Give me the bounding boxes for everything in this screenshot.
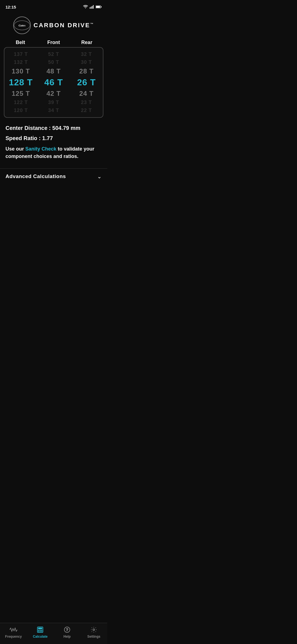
picker-cell-belt: 122 T [5,100,37,105]
picker-cell-front: 34 T [37,108,70,113]
picker-cell-belt: 137 T [5,51,37,57]
sanity-text-1: Use our [6,146,25,152]
svg-rect-0 [90,7,90,9]
logo-container: Gates CARBON DRIVE™ [13,17,94,34]
gates-logo-svg: Gates [14,19,30,31]
speed-ratio: Speed Ratio : 1.77 [6,135,102,141]
svg-rect-6 [96,6,100,8]
wifi-icon [83,5,88,9]
picker-row[interactable]: 125 T42 T24 T [4,89,103,99]
signal-icon [90,5,94,9]
chevron-down-icon: ⌄ [97,173,102,180]
picker-row[interactable]: 128 T46 T26 T [4,76,103,89]
belt-header: Belt [4,40,37,45]
picker-row[interactable]: 137 T52 T32 T [4,50,103,58]
picker-cell-rear: 26 T [70,77,103,88]
logo-area: Gates CARBON DRIVE™ [0,12,107,40]
picker-row[interactable]: 130 T48 T28 T [4,66,103,76]
picker-cell-rear: 23 T [70,100,103,105]
picker-cell-front: 52 T [37,51,70,57]
picker-cell-belt: 132 T [5,59,37,65]
info-section: Center Distance : 504.79 mm Speed Ratio … [0,122,107,168]
picker-cell-rear: 32 T [70,51,103,57]
picker-cell-belt: 128 T [5,77,37,88]
picker-row[interactable]: 122 T39 T23 T [4,99,103,107]
picker-row[interactable]: 120 T34 T22 T [4,107,103,114]
svg-rect-3 [93,5,94,9]
svg-rect-1 [91,7,91,9]
sanity-check-text: Use our Sanity Check to validate your co… [6,145,102,160]
picker-cell-belt: 120 T [5,108,37,113]
picker-cell-rear: 28 T [70,67,103,75]
picker-cell-rear: 30 T [70,59,103,65]
picker-cell-front: 39 T [37,100,70,105]
status-bar: 12:15 [0,0,107,12]
rear-header: Rear [70,40,103,45]
column-headers: Belt Front Rear [0,40,107,45]
battery-icon [96,5,102,9]
status-icons [83,5,102,9]
picker-cell-belt: 125 T [5,90,37,97]
front-header: Front [37,40,70,45]
picker-cell-rear: 22 T [70,108,103,113]
picker-cell-front: 50 T [37,59,70,65]
picker-cell-front: 48 T [37,67,70,75]
advanced-calculations-row[interactable]: Advanced Calculations ⌄ [0,168,107,184]
picker-cell-front: 46 T [37,77,70,88]
svg-text:Gates: Gates [18,24,25,27]
status-time: 12:15 [6,5,16,9]
svg-rect-5 [101,6,101,7]
logo-oval: Gates [13,17,31,34]
advanced-calculations-label: Advanced Calculations [6,173,66,179]
picker-cell-belt: 130 T [5,67,37,75]
logo-text: CARBON DRIVE™ [34,22,94,29]
picker-cell-front: 42 T [37,90,70,97]
picker-row[interactable]: 132 T50 T30 T [4,58,103,66]
center-distance: Center Distance : 504.79 mm [6,125,102,131]
sanity-check-link[interactable]: Sanity Check [25,146,56,152]
picker-cell-rear: 24 T [70,90,103,97]
svg-rect-2 [92,6,92,9]
picker-container[interactable]: 137 T52 T32 T132 T50 T30 T130 T48 T28 T1… [4,47,103,118]
